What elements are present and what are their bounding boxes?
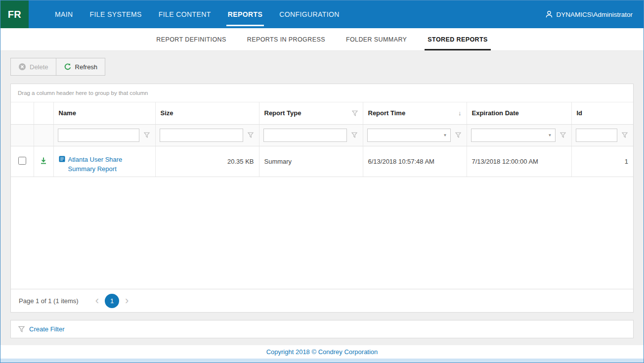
table-row: Atlanta User Share Summary Report 20.35 …	[11, 146, 633, 177]
row-select-checkbox[interactable]	[18, 157, 26, 165]
tab-report-definitions[interactable]: REPORT DEFINITIONS	[148, 28, 234, 50]
nav-configuration[interactable]: CONFIGURATION	[271, 0, 348, 28]
report-time: 6/13/2018 10:57:48 AM	[363, 146, 467, 177]
filter-download-cell	[34, 124, 53, 146]
grid-empty-area	[11, 177, 633, 289]
report-type-filter-icon[interactable]	[350, 129, 359, 142]
pager-next-icon[interactable]: ›	[121, 295, 132, 306]
top-bar: FR MAIN FILE SYSTEMS FILE CONTENT REPORT…	[0, 0, 644, 28]
refresh-icon	[64, 63, 72, 71]
create-filter-link[interactable]: Create Filter	[29, 325, 65, 333]
tab-folder-summary[interactable]: FOLDER SUMMARY	[338, 28, 415, 50]
delete-label: Delete	[30, 63, 48, 71]
footer: Copyright 2018 © Condrey Corporation	[0, 345, 644, 363]
id-filter-icon[interactable]	[620, 129, 629, 142]
copyright-text: Copyright 2018 © Condrey Corporation	[0, 345, 644, 359]
reports-table: Name Size Report Type Report Time ↓	[11, 102, 633, 177]
expiration-date-filter-icon[interactable]	[558, 129, 567, 142]
report-id: 1	[571, 146, 633, 177]
column-header-size[interactable]: Size	[155, 102, 259, 124]
pager-page-1[interactable]: 1	[105, 294, 119, 308]
filter-select-cell	[11, 124, 34, 146]
column-header-report-time[interactable]: Report Time ↓	[363, 102, 467, 124]
nav-main[interactable]: MAIN	[46, 0, 82, 28]
create-filter-bar: Create Filter	[10, 320, 634, 338]
app-logo: FR	[0, 0, 29, 28]
column-header-report-type[interactable]: Report Type	[259, 102, 363, 124]
nav-reports[interactable]: REPORTS	[219, 0, 271, 28]
name-filter-input[interactable]	[58, 129, 139, 141]
nav-file-systems[interactable]: FILE SYSTEMS	[82, 0, 150, 28]
report-name-link[interactable]: Atlanta User Share Summary Report	[68, 155, 150, 174]
report-type-filter-input[interactable]	[264, 129, 346, 141]
header-select-column	[11, 102, 34, 124]
toolbar: Delete Refresh	[10, 58, 634, 76]
report-type: Summary	[259, 146, 363, 177]
footer-strip	[0, 359, 644, 363]
column-header-id[interactable]: Id	[571, 102, 633, 124]
tab-reports-in-progress[interactable]: REPORTS IN PROGRESS	[239, 28, 333, 50]
column-header-expiration-date[interactable]: Expiration Date	[467, 102, 571, 124]
stored-reports-grid: Drag a column header here to group by th…	[10, 84, 634, 313]
user-menu[interactable]: DYNAMICS\Administrator	[545, 0, 644, 28]
size-filter-icon[interactable]	[246, 129, 255, 142]
pager-summary: Page 1 of 1 (1 items)	[19, 297, 79, 305]
delete-icon	[18, 63, 26, 71]
delete-button[interactable]: Delete	[10, 58, 56, 76]
report-time-filter-icon[interactable]	[454, 129, 463, 142]
download-icon[interactable]	[40, 157, 47, 165]
main-content: Delete Refresh Drag a column header here…	[0, 51, 644, 345]
group-by-panel[interactable]: Drag a column header here to group by th…	[11, 84, 633, 102]
refresh-label: Refresh	[75, 63, 98, 71]
header-download-column	[34, 102, 53, 124]
user-name: DYNAMICS\Administrator	[556, 11, 633, 18]
report-time-filter-input[interactable]	[368, 129, 440, 141]
report-doc-icon	[59, 156, 65, 162]
main-nav: MAIN FILE SYSTEMS FILE CONTENT REPORTS C…	[46, 0, 348, 28]
expiration-date-filter-input[interactable]	[472, 129, 545, 141]
tab-stored-reports[interactable]: STORED REPORTS	[420, 28, 495, 50]
size-filter-input[interactable]	[160, 129, 243, 141]
column-header-name[interactable]: Name	[53, 102, 155, 124]
report-size: 20.35 KB	[155, 146, 259, 177]
reports-subnav: REPORT DEFINITIONS REPORTS IN PROGRESS F…	[0, 28, 644, 51]
sort-desc-icon[interactable]: ↓	[458, 109, 462, 117]
filter-row: ▼ ▼	[11, 124, 633, 146]
expiration-date: 7/13/2018 12:00:00 AM	[467, 146, 571, 177]
pager-prev-icon[interactable]: ‹	[91, 295, 103, 306]
report-time-dropdown-icon[interactable]: ▼	[440, 129, 450, 141]
pager: Page 1 of 1 (1 items) ‹ 1 ›	[11, 289, 633, 312]
name-filter-icon[interactable]	[142, 129, 151, 142]
refresh-button[interactable]: Refresh	[56, 58, 106, 76]
table-header-row: Name Size Report Type Report Time ↓	[11, 102, 633, 124]
create-filter-funnel-icon	[18, 326, 25, 332]
id-filter-input[interactable]	[576, 129, 617, 141]
filter-icon[interactable]	[352, 110, 358, 116]
nav-file-content[interactable]: FILE CONTENT	[150, 0, 219, 28]
expiration-date-dropdown-icon[interactable]: ▼	[545, 129, 555, 141]
user-icon	[545, 10, 553, 18]
